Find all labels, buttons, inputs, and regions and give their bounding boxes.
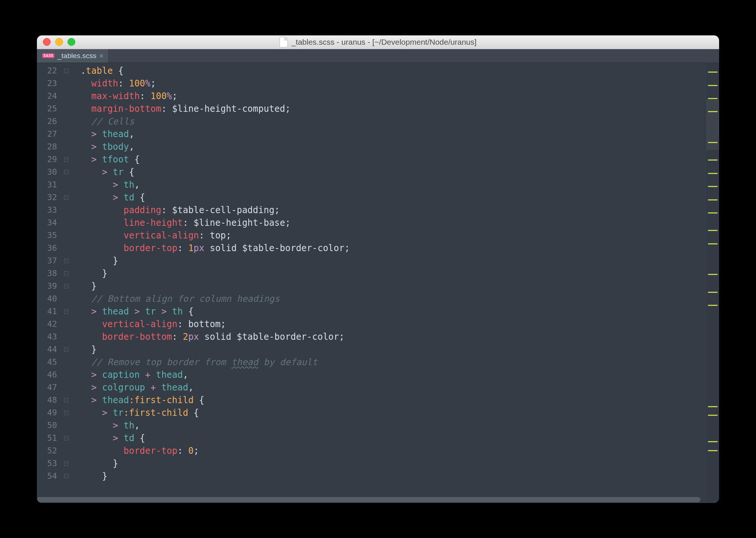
fold-gutter-cell	[63, 330, 70, 343]
line-number[interactable]: 39	[37, 280, 63, 292]
fold-gutter-cell[interactable]	[63, 394, 70, 406]
line-number[interactable]: 48	[37, 394, 63, 406]
line-number[interactable]: 40	[37, 292, 63, 305]
horizontal-scrollbar[interactable]	[37, 496, 706, 503]
fold-gutter-cell	[63, 419, 70, 432]
line-number[interactable]: 47	[37, 381, 63, 394]
line-number[interactable]: 33	[37, 204, 63, 216]
line-number[interactable]: 26	[37, 115, 63, 128]
line-number-gutter[interactable]: 2223242526272829303132333435363738394041…	[37, 63, 63, 503]
code-line[interactable]: }	[70, 254, 706, 267]
editor-area[interactable]: 2223242526272829303132333435363738394041…	[37, 63, 719, 503]
minimap-mark	[708, 305, 718, 306]
line-number[interactable]: 30	[37, 166, 63, 178]
code-line[interactable]: // Remove top border from thead by defau…	[70, 356, 706, 368]
fold-gutter-cell[interactable]	[63, 280, 70, 292]
code-line[interactable]: border-top: 1px solid $table-border-colo…	[70, 242, 706, 254]
fold-gutter-cell[interactable]	[63, 153, 70, 166]
code-line[interactable]: > thead:first-child {	[70, 394, 706, 406]
code-line[interactable]: }	[70, 470, 706, 482]
code-line[interactable]: // Cells	[70, 115, 706, 128]
code-line[interactable]: }	[70, 343, 706, 356]
code-line[interactable]: vertical-align: top;	[70, 229, 706, 242]
code-line[interactable]: margin-bottom: $line-height-computed;	[70, 102, 706, 115]
fold-gutter-cell[interactable]	[63, 343, 70, 356]
fold-gutter-cell	[63, 444, 70, 457]
line-number[interactable]: 32	[37, 191, 63, 204]
line-number[interactable]: 53	[37, 457, 63, 470]
code-line[interactable]: > thead > tr > th {	[70, 305, 706, 318]
fold-gutter-cell[interactable]	[63, 457, 70, 470]
code-line[interactable]: > th,	[70, 419, 706, 432]
tab-active[interactable]: SASS _tables.scss ×	[37, 49, 109, 63]
code-line[interactable]: > tfoot {	[70, 153, 706, 166]
fold-gutter-cell[interactable]	[63, 254, 70, 267]
code-line[interactable]: border-bottom: 2px solid $table-border-c…	[70, 330, 706, 343]
line-number[interactable]: 23	[37, 77, 63, 90]
line-number[interactable]: 41	[37, 305, 63, 318]
fold-gutter-cell[interactable]	[63, 166, 70, 178]
line-number[interactable]: 52	[37, 444, 63, 457]
fold-gutter-cell[interactable]	[63, 191, 70, 204]
tab-close-icon[interactable]: ×	[100, 53, 104, 59]
line-number[interactable]: 45	[37, 356, 63, 368]
code-line[interactable]: .table {	[70, 64, 706, 77]
fold-gutter-cell[interactable]	[63, 267, 70, 280]
fold-column[interactable]	[63, 63, 70, 503]
titlebar[interactable]: _tables.scss - uranus - [~/Development/N…	[37, 35, 719, 49]
line-number[interactable]: 31	[37, 178, 63, 191]
line-number[interactable]: 28	[37, 140, 63, 153]
code-line[interactable]: > td {	[70, 191, 706, 204]
minimap-mark	[708, 274, 718, 275]
line-number[interactable]: 36	[37, 242, 63, 254]
line-number[interactable]: 25	[37, 102, 63, 115]
line-number[interactable]: 27	[37, 128, 63, 140]
fold-gutter-cell[interactable]	[63, 64, 70, 77]
line-number[interactable]: 35	[37, 229, 63, 242]
line-number[interactable]: 46	[37, 368, 63, 381]
line-number[interactable]: 29	[37, 153, 63, 166]
close-window-button[interactable]	[43, 38, 51, 46]
code-line[interactable]: padding: $table-cell-padding;	[70, 204, 706, 216]
line-number[interactable]: 51	[37, 432, 63, 444]
code-line[interactable]: line-height: $line-height-base;	[70, 216, 706, 229]
fold-gutter-cell[interactable]	[63, 432, 70, 444]
code-line[interactable]: > tr:first-child {	[70, 406, 706, 419]
line-number[interactable]: 54	[37, 470, 63, 482]
line-number[interactable]: 37	[37, 254, 63, 267]
scrollbar-thumb[interactable]	[37, 497, 700, 502]
code-line[interactable]: > caption + thead,	[70, 368, 706, 381]
fold-gutter-cell[interactable]	[63, 406, 70, 419]
code-line[interactable]: width: 100%;	[70, 77, 706, 90]
line-number[interactable]: 49	[37, 406, 63, 419]
code-line[interactable]: > thead,	[70, 128, 706, 140]
fold-gutter-cell	[63, 381, 70, 394]
code-content[interactable]: .table { width: 100%; max-width: 100%; m…	[70, 63, 706, 503]
line-number[interactable]: 50	[37, 419, 63, 432]
code-line[interactable]: > colgroup + thead,	[70, 381, 706, 394]
line-number[interactable]: 42	[37, 318, 63, 330]
code-line[interactable]: // Bottom align for column headings	[70, 292, 706, 305]
line-number[interactable]: 38	[37, 267, 63, 280]
minimize-window-button[interactable]	[55, 38, 63, 46]
fold-gutter-cell[interactable]	[63, 470, 70, 482]
code-line[interactable]: }	[70, 267, 706, 280]
code-line[interactable]: > td {	[70, 432, 706, 444]
tab-filename: _tables.scss	[57, 52, 97, 60]
code-line[interactable]: vertical-align: bottom;	[70, 318, 706, 330]
code-line[interactable]: max-width: 100%;	[70, 90, 706, 102]
line-number[interactable]: 44	[37, 343, 63, 356]
code-line[interactable]: > th,	[70, 178, 706, 191]
line-number[interactable]: 34	[37, 216, 63, 229]
code-line[interactable]: border-top: 0;	[70, 444, 706, 457]
code-line[interactable]: > tr {	[70, 166, 706, 178]
code-line[interactable]: > tbody,	[70, 140, 706, 153]
line-number[interactable]: 24	[37, 90, 63, 102]
fold-gutter-cell[interactable]	[63, 305, 70, 318]
zoom-window-button[interactable]	[67, 38, 75, 46]
line-number[interactable]: 43	[37, 330, 63, 343]
code-line[interactable]: }	[70, 280, 706, 292]
minimap[interactable]	[706, 63, 719, 503]
code-line[interactable]: }	[70, 457, 706, 470]
line-number[interactable]: 22	[37, 64, 63, 77]
